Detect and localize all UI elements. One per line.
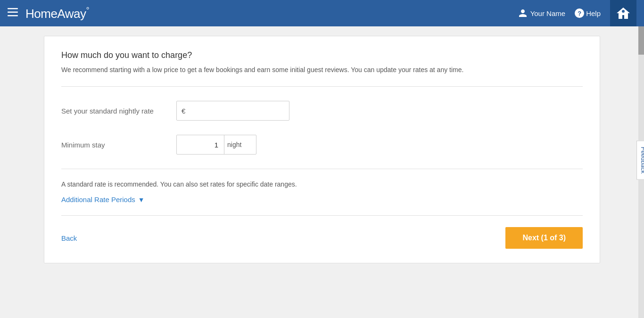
- rate-input-container: €: [176, 101, 289, 121]
- scrollbar-thumb[interactable]: [638, 26, 644, 55]
- user-section[interactable]: Your Name: [518, 8, 566, 18]
- card-description: We recommend starting with a low price t…: [61, 65, 583, 75]
- help-label: Help: [586, 9, 601, 17]
- back-button[interactable]: Back: [61, 234, 77, 242]
- divider-2: [61, 169, 583, 169]
- rate-label: Set your standard nightly rate: [61, 107, 165, 115]
- feedback-tab[interactable]: Feedback: [636, 140, 644, 179]
- additional-info: A standard rate is recommended. You can …: [61, 180, 583, 188]
- feedback-label: Feedback: [640, 147, 644, 173]
- house-icon: [616, 6, 631, 21]
- help-icon: ?: [575, 8, 584, 18]
- logo: HomeAway°: [25, 6, 89, 21]
- divider-1: [61, 86, 583, 87]
- user-icon: [518, 8, 528, 18]
- svg-rect-1: [8, 11, 18, 13]
- svg-point-3: [622, 10, 625, 13]
- user-name: Your Name: [530, 9, 566, 17]
- card: How much do you want to charge? We recom…: [44, 36, 600, 263]
- currency-symbol: €: [182, 107, 185, 115]
- stay-input[interactable]: [177, 141, 224, 149]
- main-content: How much do you want to charge? We recom…: [0, 26, 644, 318]
- card-header: How much do you want to charge? We recom…: [61, 50, 583, 75]
- next-button[interactable]: Next (1 of 3): [505, 227, 583, 249]
- stay-label: Minimum stay: [61, 141, 165, 149]
- svg-rect-0: [8, 8, 18, 9]
- house-icon-container[interactable]: [610, 0, 636, 26]
- header-left: HomeAway°: [8, 6, 89, 21]
- divider-3: [61, 215, 583, 216]
- help-section[interactable]: ? Help: [575, 8, 601, 18]
- rate-input[interactable]: [188, 107, 284, 115]
- card-footer: Back Next (1 of 3): [61, 227, 583, 249]
- additional-rate-periods-link[interactable]: Additional Rate Periods ▼: [61, 196, 145, 204]
- card-heading: How much do you want to charge?: [61, 50, 583, 60]
- additional-section: A standard rate is recommended. You can …: [61, 180, 583, 204]
- svg-rect-2: [8, 15, 18, 16]
- header-right: Your Name ? Help: [518, 0, 636, 26]
- header: HomeAway° Your Name ? Help: [0, 0, 644, 26]
- chevron-down-icon: ▼: [138, 196, 145, 204]
- additional-rate-label: Additional Rate Periods: [61, 196, 135, 204]
- stay-input-container: night: [176, 135, 256, 155]
- rate-section: Set your standard nightly rate €: [61, 101, 583, 121]
- hamburger-icon[interactable]: [8, 8, 18, 19]
- stay-section: Minimum stay night: [61, 135, 583, 155]
- night-label: night: [224, 135, 246, 154]
